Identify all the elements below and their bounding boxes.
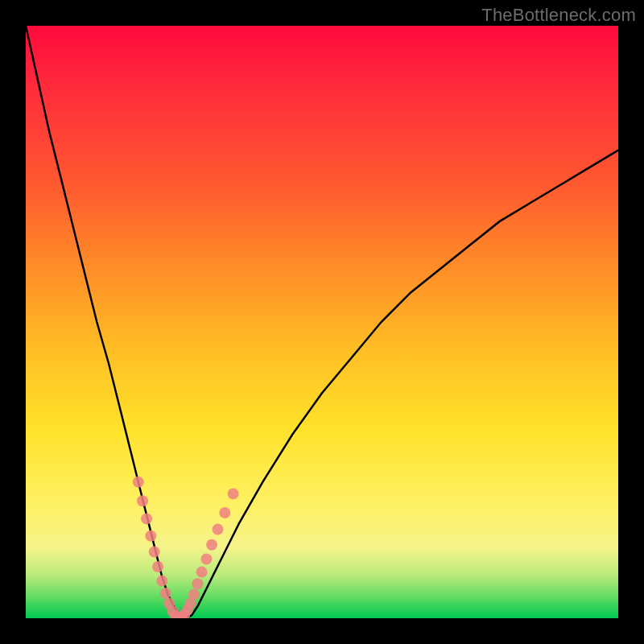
sample-dot (149, 547, 160, 558)
watermark-text: TheBottleneck.com (481, 5, 636, 26)
bottleneck-curve-path (26, 26, 618, 618)
sample-dots-group (133, 477, 239, 618)
sample-dot (213, 524, 224, 535)
chart-plot-area (26, 26, 618, 618)
sample-dot (141, 513, 152, 524)
sample-dot (188, 589, 200, 601)
sample-dot (201, 553, 213, 564)
sample-dot (160, 588, 171, 599)
sample-dot (152, 561, 163, 572)
sample-dot (133, 477, 144, 488)
sample-dot (196, 567, 208, 578)
sample-dot (206, 539, 217, 551)
sample-dot (192, 578, 203, 589)
sample-dot (219, 507, 230, 518)
sample-dot (228, 488, 239, 499)
chart-frame: TheBottleneck.com (0, 0, 644, 644)
chart-svg (26, 26, 618, 618)
sample-dot (156, 576, 167, 587)
sample-dot (145, 530, 156, 542)
sample-dot (137, 495, 148, 506)
